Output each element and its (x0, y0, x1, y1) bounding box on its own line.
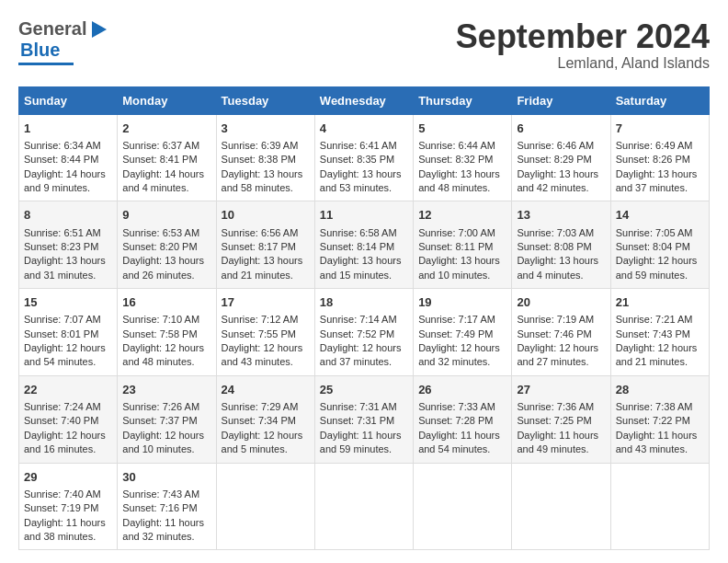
calendar-cell: 26Sunrise: 7:33 AMSunset: 7:28 PMDayligh… (414, 375, 512, 463)
logo-underline (18, 63, 74, 65)
day-number: 17 (222, 294, 310, 311)
sunrise-text: Sunrise: 7:12 AM (222, 313, 310, 327)
calendar-cell: 6Sunrise: 6:46 AMSunset: 8:29 PMDaylight… (512, 114, 610, 201)
day-number: 14 (616, 207, 704, 224)
calendar-cell: 14Sunrise: 7:05 AMSunset: 8:04 PMDayligh… (610, 201, 709, 289)
calendar-header-row: Sunday Monday Tuesday Wednesday Thursday… (19, 86, 710, 114)
daylight-text: Daylight: 12 hours and 10 minutes. (122, 429, 210, 457)
daylight-text: Daylight: 13 hours and 26 minutes. (122, 254, 210, 282)
day-number: 15 (24, 294, 112, 311)
calendar-cell: 29Sunrise: 7:40 AMSunset: 7:19 PMDayligh… (19, 463, 118, 550)
daylight-text: Daylight: 11 hours and 49 minutes. (517, 429, 605, 457)
calendar-cell: 28Sunrise: 7:38 AMSunset: 7:22 PMDayligh… (610, 375, 709, 463)
daylight-text: Daylight: 12 hours and 43 minutes. (222, 341, 310, 370)
day-number: 29 (24, 469, 112, 486)
sunset-text: Sunset: 7:16 PM (122, 501, 210, 515)
sunset-text: Sunset: 7:58 PM (122, 327, 210, 341)
calendar-cell (216, 463, 314, 550)
day-number: 3 (222, 121, 310, 137)
calendar-cell: 30Sunrise: 7:43 AMSunset: 7:16 PMDayligh… (118, 463, 216, 550)
sunset-text: Sunset: 7:52 PM (320, 327, 408, 341)
logo-blue: Blue (20, 40, 60, 60)
sunrise-text: Sunrise: 7:26 AM (122, 400, 210, 414)
day-number: 20 (517, 294, 605, 311)
logo: General Blue (18, 18, 107, 65)
sunrise-text: Sunrise: 6:34 AM (24, 139, 112, 153)
daylight-text: Daylight: 12 hours and 54 minutes. (24, 341, 112, 370)
sunset-text: Sunset: 7:55 PM (222, 327, 310, 341)
daylight-text: Daylight: 12 hours and 16 minutes. (24, 429, 112, 457)
sunrise-text: Sunrise: 7:10 AM (122, 313, 210, 327)
daylight-text: Daylight: 13 hours and 58 minutes. (222, 167, 310, 196)
daylight-text: Daylight: 11 hours and 32 minutes. (122, 516, 210, 545)
day-number: 11 (320, 207, 408, 224)
sunrise-text: Sunrise: 7:36 AM (517, 400, 605, 414)
sunrise-text: Sunrise: 7:43 AM (122, 488, 210, 501)
sunset-text: Sunset: 7:34 PM (222, 414, 310, 428)
sunset-text: Sunset: 8:04 PM (616, 240, 704, 254)
sunrise-text: Sunrise: 6:56 AM (222, 226, 310, 240)
sunrise-text: Sunrise: 6:51 AM (24, 226, 112, 240)
calendar-cell: 21Sunrise: 7:21 AMSunset: 7:43 PMDayligh… (610, 289, 709, 376)
sunrise-text: Sunrise: 6:41 AM (320, 139, 408, 153)
calendar-cell: 22Sunrise: 7:24 AMSunset: 7:40 PMDayligh… (19, 375, 118, 463)
sunset-text: Sunset: 8:41 PM (122, 153, 210, 167)
sunrise-text: Sunrise: 7:07 AM (24, 313, 112, 327)
col-wednesday: Wednesday (314, 86, 413, 114)
sunrise-text: Sunrise: 6:49 AM (616, 139, 704, 153)
sunset-text: Sunset: 7:22 PM (616, 414, 704, 428)
calendar-cell (414, 463, 512, 550)
sunrise-text: Sunrise: 6:53 AM (122, 226, 210, 240)
col-tuesday: Tuesday (216, 86, 314, 114)
day-number: 25 (320, 382, 408, 398)
calendar-cell: 7Sunrise: 6:49 AMSunset: 8:26 PMDaylight… (610, 114, 709, 201)
sunrise-text: Sunrise: 7:33 AM (418, 400, 506, 414)
calendar-week-row: 1Sunrise: 6:34 AMSunset: 8:44 PMDaylight… (19, 114, 710, 201)
sunrise-text: Sunrise: 7:40 AM (24, 488, 112, 501)
daylight-text: Daylight: 13 hours and 15 minutes. (320, 254, 408, 282)
sunset-text: Sunset: 8:20 PM (122, 240, 210, 254)
sunset-text: Sunset: 8:44 PM (24, 153, 112, 167)
calendar-cell: 1Sunrise: 6:34 AMSunset: 8:44 PMDaylight… (19, 114, 118, 201)
sunrise-text: Sunrise: 7:17 AM (418, 313, 506, 327)
daylight-text: Daylight: 13 hours and 31 minutes. (24, 254, 112, 282)
calendar-cell: 13Sunrise: 7:03 AMSunset: 8:08 PMDayligh… (512, 201, 610, 289)
calendar-week-row: 29Sunrise: 7:40 AMSunset: 7:19 PMDayligh… (19, 463, 710, 550)
sunset-text: Sunset: 8:32 PM (418, 153, 506, 167)
calendar-cell: 18Sunrise: 7:14 AMSunset: 7:52 PMDayligh… (314, 289, 413, 376)
calendar-cell: 15Sunrise: 7:07 AMSunset: 8:01 PMDayligh… (19, 289, 118, 376)
col-sunday: Sunday (19, 86, 118, 114)
calendar-table: Sunday Monday Tuesday Wednesday Thursday… (18, 86, 710, 551)
daylight-text: Daylight: 12 hours and 21 minutes. (616, 341, 704, 370)
calendar-cell: 4Sunrise: 6:41 AMSunset: 8:35 PMDaylight… (314, 114, 413, 201)
logo-arrow-icon (92, 21, 107, 38)
sunrise-text: Sunrise: 6:37 AM (122, 139, 210, 153)
calendar-cell: 25Sunrise: 7:31 AMSunset: 7:31 PMDayligh… (314, 375, 413, 463)
sunrise-text: Sunrise: 6:39 AM (222, 139, 310, 153)
daylight-text: Daylight: 12 hours and 48 minutes. (122, 341, 210, 370)
sunrise-text: Sunrise: 7:19 AM (517, 313, 605, 327)
sunset-text: Sunset: 8:08 PM (517, 240, 605, 254)
day-number: 16 (122, 294, 210, 311)
calendar-cell: 17Sunrise: 7:12 AMSunset: 7:55 PMDayligh… (216, 289, 314, 376)
calendar-cell: 10Sunrise: 6:56 AMSunset: 8:17 PMDayligh… (216, 201, 314, 289)
daylight-text: Daylight: 14 hours and 4 minutes. (122, 167, 210, 196)
daylight-text: Daylight: 12 hours and 59 minutes. (616, 254, 704, 282)
calendar-cell: 8Sunrise: 6:51 AMSunset: 8:23 PMDaylight… (19, 201, 118, 289)
sunset-text: Sunset: 8:38 PM (222, 153, 310, 167)
day-number: 19 (418, 294, 506, 311)
calendar-cell: 2Sunrise: 6:37 AMSunset: 8:41 PMDaylight… (118, 114, 216, 201)
daylight-text: Daylight: 13 hours and 42 minutes. (517, 167, 605, 196)
sunset-text: Sunset: 8:11 PM (418, 240, 506, 254)
daylight-text: Daylight: 14 hours and 9 minutes. (24, 167, 112, 196)
day-number: 30 (122, 469, 210, 486)
day-number: 10 (222, 207, 310, 224)
day-number: 23 (122, 382, 210, 398)
sunset-text: Sunset: 8:17 PM (222, 240, 310, 254)
col-friday: Friday (512, 86, 610, 114)
calendar-cell: 20Sunrise: 7:19 AMSunset: 7:46 PMDayligh… (512, 289, 610, 376)
sunset-text: Sunset: 8:14 PM (320, 240, 408, 254)
sunset-text: Sunset: 8:23 PM (24, 240, 112, 254)
sunset-text: Sunset: 7:40 PM (24, 414, 112, 428)
day-number: 1 (24, 121, 112, 137)
